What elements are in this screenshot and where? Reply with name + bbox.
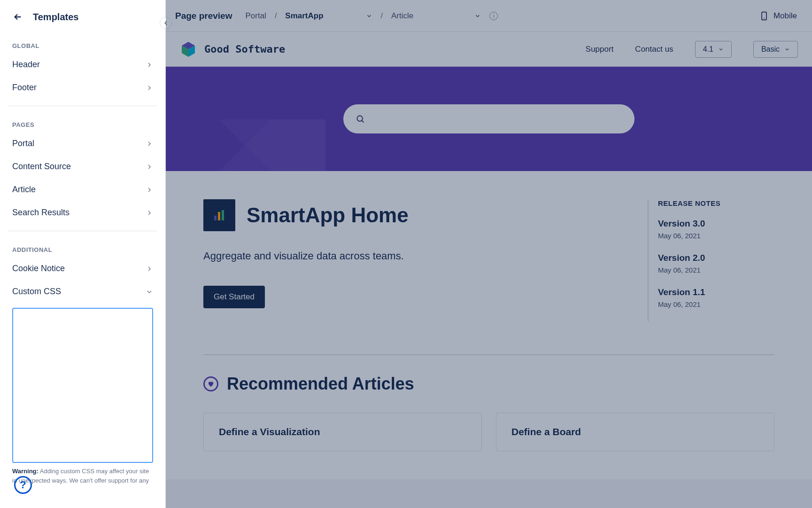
release-date: May 06, 2021: [658, 232, 774, 240]
release-notes-column: RELEASE NOTES Version 3.0 May 06, 2021 V…: [648, 199, 774, 321]
site-link-support[interactable]: Support: [586, 45, 614, 54]
preview-pane: Page preview Portal / SmartApp / Article…: [166, 0, 812, 508]
chevron-down-icon: [718, 47, 724, 52]
divider: [8, 106, 157, 106]
get-started-button[interactable]: Get Started: [203, 286, 265, 308]
preview-title: Page preview: [175, 11, 232, 21]
release-date: May 06, 2021: [658, 266, 774, 274]
card-title: Define a Board: [511, 426, 759, 438]
breadcrumb-label: SmartApp: [285, 11, 323, 21]
nav-item-label: Footer: [12, 83, 37, 93]
svg-line-6: [362, 120, 363, 122]
nav-item-footer[interactable]: Footer: [0, 76, 165, 99]
article-card[interactable]: Define a Board: [496, 413, 774, 451]
release-date: May 06, 2021: [658, 300, 774, 308]
page-subtitle: Aggregate and visualize data across team…: [203, 250, 629, 262]
card-title: Define a Visualization: [219, 426, 466, 438]
nav-item-label: Custom CSS: [12, 287, 61, 297]
breadcrumb-label: Article: [391, 11, 413, 21]
brand-name: Good Software: [204, 43, 285, 55]
nav-item-header[interactable]: Header: [0, 53, 165, 76]
nav-item-content-source[interactable]: Content Source: [0, 155, 165, 178]
breadcrumb-article-dropdown[interactable]: Article: [391, 11, 481, 21]
svg-rect-9: [222, 210, 224, 220]
nav-item-label: Cookie Notice: [12, 264, 65, 274]
svg-point-5: [357, 116, 363, 121]
sidebar-header: Templates: [0, 0, 165, 34]
page-content: SmartApp Home Aggregate and visualize da…: [166, 171, 812, 479]
nav-item-label: Article: [12, 185, 36, 195]
version-label: 4.1: [703, 45, 713, 54]
version-selector[interactable]: 4.1: [695, 41, 732, 58]
heart-icon: [203, 376, 218, 391]
release-notes-heading: RELEASE NOTES: [658, 199, 774, 207]
nav-item-portal[interactable]: Portal: [0, 132, 165, 155]
nav-item-cookie-notice[interactable]: Cookie Notice: [0, 257, 165, 280]
chevron-right-icon: [146, 84, 153, 92]
chevron-down-icon: [366, 13, 372, 19]
nav-item-label: Header: [12, 60, 40, 70]
preview-topbar: Page preview Portal / SmartApp / Article…: [166, 0, 812, 32]
divider: [203, 354, 774, 355]
chevron-down-icon: [784, 47, 790, 52]
section-label-additional: ADDITIONAL: [0, 238, 165, 257]
chevron-right-icon: [146, 265, 153, 273]
nav-item-search-results[interactable]: Search Results: [0, 201, 165, 224]
app-icon: [203, 199, 235, 231]
chevron-down-icon: [474, 13, 481, 19]
nav-item-label: Portal: [12, 139, 34, 148]
release-item[interactable]: Version 1.1 May 06, 2021: [658, 287, 774, 308]
tier-label: Basic: [761, 45, 780, 54]
collapse-sidebar-button[interactable]: [160, 17, 172, 29]
svg-rect-0: [762, 12, 766, 20]
release-version: Version 2.0: [658, 253, 774, 263]
help-icon[interactable]: ?: [14, 476, 32, 494]
chevron-right-icon: [146, 163, 153, 171]
chevron-right-icon: [146, 61, 153, 69]
chevron-right-icon: [146, 140, 153, 148]
divider: [8, 231, 157, 231]
mobile-label: Mobile: [773, 11, 797, 21]
brand-logo-icon: [180, 41, 197, 58]
nav-item-label: Search Results: [12, 208, 70, 218]
search-icon: [356, 114, 365, 124]
nav-item-article[interactable]: Article: [0, 178, 165, 201]
chevron-right-icon: [146, 209, 153, 217]
recommended-cards: Define a Visualization Define a Board: [203, 413, 774, 451]
breadcrumb-smartapp-dropdown[interactable]: SmartApp: [285, 11, 372, 21]
warning-label: Warning:: [12, 468, 39, 475]
page-title-row: SmartApp Home: [203, 199, 629, 231]
release-item[interactable]: Version 2.0 May 06, 2021: [658, 253, 774, 274]
mobile-icon: [759, 11, 769, 21]
search-input[interactable]: [343, 104, 634, 133]
section-label-pages: PAGES: [0, 113, 165, 132]
templates-sidebar: Templates GLOBAL Header Footer PAGES Por…: [0, 0, 166, 508]
nav-item-custom-css[interactable]: Custom CSS: [0, 280, 165, 303]
site-header: Good Software Support Contact us 4.1 Bas…: [166, 32, 812, 67]
release-version: Version 3.0: [658, 219, 774, 229]
section-label-global: GLOBAL: [0, 34, 165, 53]
site-link-contact[interactable]: Contact us: [635, 45, 673, 54]
breadcrumb-separator: /: [381, 12, 383, 20]
back-arrow-icon[interactable]: [12, 11, 23, 23]
release-version: Version 1.1: [658, 287, 774, 297]
tier-selector[interactable]: Basic: [753, 41, 798, 58]
svg-rect-8: [218, 212, 220, 220]
sidebar-title: Templates: [33, 12, 78, 23]
chevron-down-icon: [146, 288, 153, 296]
breadcrumb-portal[interactable]: Portal: [245, 11, 266, 21]
nav-item-label: Content Source: [12, 162, 71, 172]
article-card[interactable]: Define a Visualization: [203, 413, 482, 451]
hero-banner: [166, 67, 812, 171]
recommended-heading-row: Recommended Articles: [203, 374, 774, 394]
page-title: SmartApp Home: [247, 203, 409, 227]
release-item[interactable]: Version 3.0 May 06, 2021: [658, 219, 774, 240]
breadcrumb-separator: /: [275, 12, 277, 20]
custom-css-textarea[interactable]: [12, 308, 153, 463]
svg-rect-7: [214, 216, 217, 220]
info-icon[interactable]: i: [489, 12, 498, 20]
recommended-heading: Recommended Articles: [227, 374, 414, 394]
chevron-right-icon: [146, 186, 153, 194]
mobile-preview-button[interactable]: Mobile: [754, 8, 803, 23]
